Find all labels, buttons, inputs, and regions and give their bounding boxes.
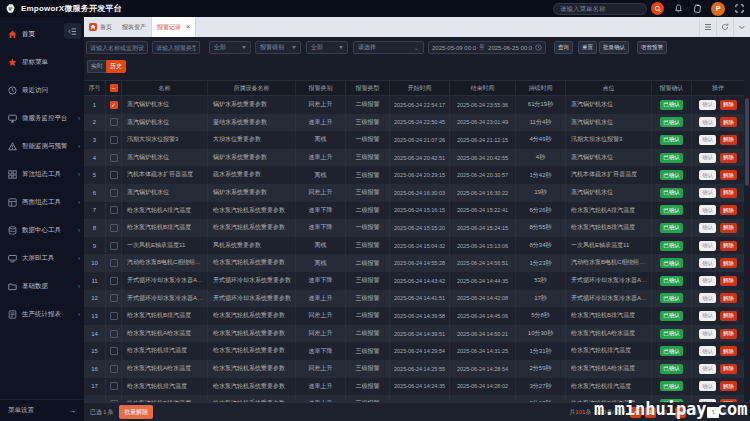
page-button-0[interactable]: < xyxy=(630,407,641,418)
tab-2[interactable]: 报警记录× xyxy=(151,17,196,37)
dismiss-button[interactable]: 解除 xyxy=(720,399,737,402)
confirm-button[interactable]: 确认 xyxy=(699,311,716,321)
voice-alert-button[interactable]: 语音预警 xyxy=(637,41,667,54)
row-checkbox[interactable] xyxy=(110,382,118,390)
filter-select-2[interactable]: 报警级别 xyxy=(255,41,301,54)
avatar[interactable]: P xyxy=(711,2,725,16)
toggle-realtime[interactable]: 实时 xyxy=(87,60,106,73)
dismiss-button[interactable]: 解除 xyxy=(720,293,737,303)
page-button-3[interactable]: > xyxy=(675,407,686,418)
search-icon[interactable] xyxy=(651,2,664,15)
row-checkbox[interactable] xyxy=(110,277,118,285)
row-checkbox[interactable] xyxy=(110,330,118,338)
menu-search-input[interactable] xyxy=(553,3,647,15)
confirm-button[interactable]: 确认 xyxy=(699,135,716,145)
clipboard-icon[interactable] xyxy=(692,4,702,14)
row-checkbox[interactable] xyxy=(110,118,118,126)
dismiss-button[interactable]: 解除 xyxy=(720,188,737,198)
sidebar-item-5[interactable]: 算法组态工具› xyxy=(0,160,84,188)
scrollbar[interactable] xyxy=(745,96,749,402)
row-checkbox[interactable] xyxy=(110,136,118,144)
filter-select-4[interactable]: 请选择⌄ xyxy=(353,41,424,54)
batch-dismiss-button[interactable]: 批量解除 xyxy=(119,405,153,419)
reset-button[interactable]: 重置 xyxy=(578,41,597,54)
sidebar-item-7[interactable]: 数据中心工具› xyxy=(0,216,84,244)
row-checkbox[interactable] xyxy=(110,294,118,302)
confirm-button[interactable]: 确认 xyxy=(699,170,716,180)
sidebar-item-10[interactable]: 生产统计报表› xyxy=(0,300,84,328)
row-checkbox[interactable] xyxy=(110,206,118,214)
dismiss-button[interactable]: 解除 xyxy=(720,100,737,110)
confirm-button[interactable]: 确认 xyxy=(699,117,716,127)
row-checkbox[interactable] xyxy=(110,259,118,267)
dismiss-button[interactable]: 解除 xyxy=(720,170,737,180)
sidebar-item-8[interactable]: 大屏BI工具› xyxy=(0,244,84,272)
dismiss-button[interactable]: 解除 xyxy=(720,223,737,233)
confirm-button[interactable]: 确认 xyxy=(699,100,716,110)
row-checkbox[interactable] xyxy=(110,365,118,373)
bell-icon[interactable] xyxy=(673,4,683,14)
page-size-select[interactable]: 100条/页 xyxy=(596,408,626,417)
confirm-button[interactable]: 确认 xyxy=(699,381,716,391)
row-checkbox[interactable] xyxy=(110,312,118,320)
sidebar-item-4[interactable]: 智能监测与预警› xyxy=(0,132,84,160)
scrollbar-thumb[interactable] xyxy=(745,98,749,186)
name-filter-input[interactable] xyxy=(86,41,148,54)
sidebar-item-6[interactable]: 画面组态工具› xyxy=(0,188,84,216)
dismiss-button[interactable]: 解除 xyxy=(720,346,737,356)
sidebar-item-9[interactable]: 基础数据› xyxy=(0,272,84,300)
close-icon[interactable]: × xyxy=(186,23,190,31)
row-checkbox[interactable] xyxy=(110,400,118,402)
row-checkbox[interactable]: ✓ xyxy=(110,101,118,109)
query-button[interactable]: 查询 xyxy=(554,41,573,54)
fullscreen-icon[interactable] xyxy=(734,4,744,14)
batch-confirm-button[interactable]: 批量确认 xyxy=(599,41,629,54)
confirm-button[interactable]: 确认 xyxy=(699,241,716,251)
dismiss-button[interactable]: 解除 xyxy=(720,276,737,286)
confirm-button[interactable]: 确认 xyxy=(699,258,716,268)
dismiss-button[interactable]: 解除 xyxy=(720,117,737,127)
row-checkbox[interactable] xyxy=(110,189,118,197)
date-range-picker[interactable]: 2025-05-09 00:0 至 2025-06-25 00:0 xyxy=(428,41,546,54)
sidebar-item-1[interactable]: 星标菜单 xyxy=(0,48,84,76)
list-icon[interactable] xyxy=(699,17,716,37)
row-checkbox[interactable] xyxy=(110,347,118,355)
dismiss-button[interactable]: 解除 xyxy=(720,241,737,251)
dismiss-button[interactable]: 解除 xyxy=(720,135,737,145)
refresh-icon[interactable] xyxy=(716,17,733,37)
dismiss-button[interactable]: 解除 xyxy=(720,311,737,321)
tab-1[interactable]: 报装资产 xyxy=(117,17,151,37)
row-checkbox[interactable] xyxy=(110,171,118,179)
row-checkbox[interactable] xyxy=(110,154,118,162)
confirm-button[interactable]: 确认 xyxy=(699,399,716,402)
sidebar-collapse-icon[interactable] xyxy=(64,23,81,39)
confirm-button[interactable]: 确认 xyxy=(699,293,716,303)
sidebar-item-menu-settings[interactable]: 菜单设置 → xyxy=(0,399,84,421)
page-button-1[interactable]: 1 xyxy=(645,407,656,418)
row-checkbox[interactable] xyxy=(110,242,118,250)
tab-0[interactable]: 首页 xyxy=(84,17,117,37)
confirm-button[interactable]: 确认 xyxy=(699,329,716,339)
confirm-button[interactable]: 确认 xyxy=(699,153,716,163)
page-jump-input[interactable] xyxy=(707,407,719,418)
dismiss-button[interactable]: 解除 xyxy=(720,364,737,374)
confirm-button[interactable]: 确认 xyxy=(699,188,716,198)
dismiss-button[interactable]: 解除 xyxy=(720,153,737,163)
dismiss-button[interactable]: 解除 xyxy=(720,381,737,391)
sidebar-item-2[interactable]: 最近访问 xyxy=(0,76,84,104)
dismiss-button[interactable]: 解除 xyxy=(720,329,737,339)
filter-select-3[interactable]: 全部 xyxy=(306,41,348,54)
confirm-button[interactable]: 确认 xyxy=(699,223,716,233)
type-filter-input[interactable] xyxy=(152,41,200,54)
filter-select-1[interactable]: 全部 xyxy=(209,41,251,54)
sidebar-item-3[interactable]: 微服务监控平台› xyxy=(0,104,84,132)
chevron-down-icon[interactable] xyxy=(733,17,750,37)
dismiss-button[interactable]: 解除 xyxy=(720,258,737,268)
confirm-button[interactable]: 确认 xyxy=(699,346,716,356)
dismiss-button[interactable]: 解除 xyxy=(720,205,737,215)
row-checkbox[interactable] xyxy=(110,224,118,232)
confirm-button[interactable]: 确认 xyxy=(699,364,716,374)
confirm-button[interactable]: 确认 xyxy=(699,276,716,286)
page-button-2[interactable]: 2 xyxy=(660,407,671,418)
select-all-checkbox[interactable]: – xyxy=(110,84,118,92)
